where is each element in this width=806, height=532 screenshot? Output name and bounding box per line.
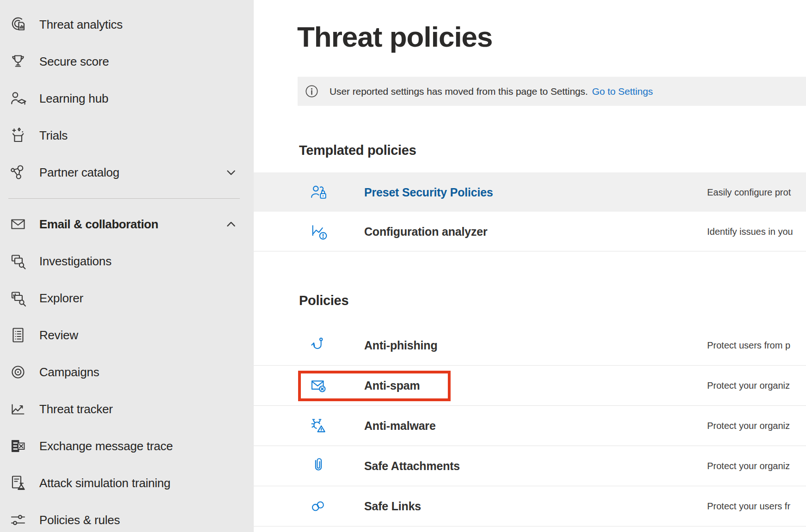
row-description: Protect your organiz [707, 421, 790, 431]
row-description: Protect your organiz [707, 380, 790, 391]
row-label-configuration-analyzer: Configuration analyzer [364, 225, 487, 238]
preset-security-icon [309, 183, 328, 202]
sidebar-item-trials[interactable]: Trials [0, 117, 254, 154]
row-anti-phishing[interactable]: Anti-phishingProtect users from p [254, 325, 806, 366]
sidebar-item-label: Policies & rules [39, 513, 120, 527]
sidebar-item-label: Partner catalog [39, 165, 119, 180]
row-description: Protect users from p [707, 340, 790, 351]
page-title: Threat policies [297, 20, 493, 53]
row-preset-security-policies[interactable]: Preset Security PoliciesEasily configure… [254, 172, 806, 212]
sidebar-item-label: Attack simulation training [39, 476, 171, 490]
sidebar-item-label: Investigations [39, 254, 111, 269]
sidebar-item-label: Learning hub [39, 92, 108, 106]
sidebar-navigation: Threat analyticsSecure scoreLearning hub… [0, 0, 254, 532]
row-anti-malware[interactable]: Anti-malwareProtect your organiz [254, 406, 806, 446]
campaigns-icon [9, 363, 27, 381]
sidebar-item-exchange-message-trace[interactable]: Exchange message trace [0, 428, 254, 465]
sidebar-item-label: Campaigns [39, 365, 99, 379]
policies-list: Anti-phishingProtect users from pAnti-sp… [254, 325, 806, 526]
sidebar-item-label: Threat analytics [39, 18, 122, 32]
threat-analytics-icon [9, 15, 27, 34]
anti-malware-icon [309, 416, 328, 435]
configuration-analyzer-icon [309, 222, 328, 241]
row-label-anti-malware: Anti-malware [364, 419, 436, 433]
safe-attachments-icon [309, 456, 328, 476]
chevron-down-icon [225, 166, 237, 178]
sidebar-item-policies-rules[interactable]: Policies & rules [0, 501, 254, 532]
sidebar-item-learning-hub[interactable]: Learning hub [0, 80, 254, 117]
review-icon [9, 326, 27, 344]
templated-policies-heading: Templated policies [299, 143, 416, 158]
partner-catalog-icon [9, 163, 27, 182]
exchange-icon [9, 437, 27, 455]
info-icon [305, 85, 318, 98]
sidebar-item-threat-tracker[interactable]: Threat tracker [0, 391, 254, 428]
sidebar-item-review[interactable]: Review [0, 317, 254, 354]
row-configuration-analyzer[interactable]: Configuration analyzerIdentify issues in… [254, 212, 806, 251]
trials-icon [9, 126, 27, 145]
sidebar-item-label: Threat tracker [39, 402, 113, 416]
row-description: Identify issues in you [707, 226, 793, 237]
sidebar-item-explorer[interactable]: Explorer [0, 280, 254, 317]
info-banner-text: User reported settings has moved from th… [330, 86, 588, 97]
row-label-anti-spam: Anti-spam [364, 379, 420, 392]
attack-simulation-icon [9, 474, 27, 492]
sidebar-item-secure-score[interactable]: Secure score [0, 43, 254, 80]
row-label-safe-links: Safe Links [364, 500, 421, 513]
sidebar-item-label: Explorer [39, 291, 83, 306]
sidebar-divider [8, 198, 240, 199]
sidebar-item-label: Email & collaboration [39, 217, 158, 232]
sidebar-item-attack-simulation-training[interactable]: Attack simulation training [0, 465, 254, 501]
anti-spam-icon [309, 376, 328, 395]
learning-hub-icon [9, 89, 27, 108]
row-label-anti-phishing: Anti-phishing [364, 339, 437, 352]
policies-rules-icon [9, 511, 27, 529]
policies-heading: Policies [299, 293, 348, 308]
sidebar-item-partner-catalog[interactable]: Partner catalog [0, 154, 254, 191]
sidebar-item-email-collaboration[interactable]: Email & collaboration [0, 206, 254, 243]
threat-tracker-icon [9, 400, 27, 418]
sidebar-item-label: Review [39, 328, 78, 342]
row-label-safe-attachments: Safe Attachments [364, 459, 460, 473]
email-collaboration-icon [9, 215, 27, 233]
row-safe-links[interactable]: Safe LinksProtect your users fr [254, 486, 806, 526]
explorer-icon [9, 289, 27, 307]
sidebar-item-label: Trials [39, 128, 67, 143]
row-label-preset-security-policies[interactable]: Preset Security Policies [364, 185, 493, 199]
row-anti-spam[interactable]: Anti-spamProtect your organiz [254, 366, 806, 406]
row-safe-attachments[interactable]: Safe AttachmentsProtect your organiz [254, 446, 806, 486]
chevron-up-icon [225, 218, 237, 230]
investigations-icon [9, 252, 27, 270]
sidebar-item-threat-analytics[interactable]: Threat analytics [0, 6, 254, 43]
sidebar-item-campaigns[interactable]: Campaigns [0, 354, 254, 391]
sidebar-item-label: Secure score [39, 55, 109, 69]
go-to-settings-link[interactable]: Go to Settings [592, 86, 653, 97]
safe-links-icon [309, 496, 328, 516]
secure-score-icon [9, 52, 27, 71]
row-description: Protect your organiz [707, 461, 790, 471]
anti-phishing-icon [309, 336, 328, 355]
sidebar-item-investigations[interactable]: Investigations [0, 243, 254, 280]
info-banner: User reported settings has moved from th… [298, 77, 806, 106]
row-description: Protect your users fr [707, 501, 790, 512]
row-description: Easily configure prot [707, 187, 791, 197]
sidebar-item-label: Exchange message trace [39, 439, 173, 453]
templated-policies-list: Preset Security PoliciesEasily configure… [254, 172, 806, 251]
main-content: Threat policies User reported settings h… [254, 0, 806, 532]
